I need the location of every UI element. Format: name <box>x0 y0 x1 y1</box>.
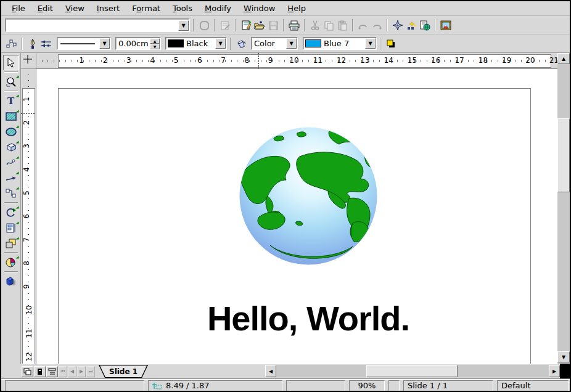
fill-color-value[interactable]: Blue 7 <box>321 39 364 48</box>
effects-icon[interactable] <box>3 255 19 270</box>
vertical-scroll-thumb[interactable] <box>557 118 570 192</box>
wizard-icon[interactable] <box>405 18 418 32</box>
arrange-icon[interactable] <box>3 235 19 251</box>
open-icon[interactable] <box>253 18 266 32</box>
ellipse-icon[interactable] <box>3 124 19 139</box>
line-width-spin-buttons[interactable]: ▲▼ <box>150 38 160 49</box>
menu-format[interactable]: Format <box>126 2 166 14</box>
url-combobox[interactable]: ▼ <box>5 18 190 32</box>
select-icon[interactable] <box>3 55 19 70</box>
prev-slide-icon[interactable]: ◀ <box>68 366 76 377</box>
rectangle-icon[interactable] <box>3 108 19 124</box>
cut-icon[interactable] <box>308 18 322 32</box>
rotate-icon[interactable] <box>3 205 19 220</box>
globe-image[interactable] <box>238 125 379 268</box>
menu-file[interactable]: File <box>6 2 31 14</box>
h-ruler-number: 21 <box>549 56 557 65</box>
curve-icon[interactable] <box>3 155 19 170</box>
vertical-scrollbar[interactable]: ▲ ▼ <box>557 53 570 364</box>
menu-insert[interactable]: Insert <box>91 2 125 14</box>
alignment-icon[interactable] <box>3 220 19 235</box>
first-slide-icon[interactable]: ⏮ <box>59 366 67 377</box>
arrow-ends-icon[interactable] <box>39 37 53 51</box>
hello-world-text[interactable]: Hello, World. <box>85 298 532 338</box>
3d-controller-icon[interactable] <box>3 274 19 289</box>
last-slide-icon[interactable]: ⏭ <box>86 366 95 377</box>
h-ruler-number: 8 <box>245 56 250 65</box>
line-color-dropdown-button[interactable]: ▼ <box>215 38 226 49</box>
fill-type-value[interactable]: Color <box>252 39 286 48</box>
print-icon[interactable] <box>287 18 301 32</box>
h-ruler-number: 1 <box>79 56 84 65</box>
status-zoom-cell[interactable]: 90% <box>349 380 385 391</box>
fill-icon[interactable] <box>234 37 248 51</box>
web-document-icon[interactable] <box>418 18 432 32</box>
status-empty-cell <box>286 380 345 391</box>
status-position-cell[interactable]: 8.49 / 1.87 <box>148 380 282 391</box>
navigator-icon[interactable] <box>391 18 405 32</box>
fill-type-dropdown-button[interactable]: ▼ <box>286 38 297 49</box>
horizontal-scroll-thumb[interactable] <box>366 365 458 377</box>
h-ruler-number: 17 <box>454 56 464 65</box>
ruler-origin-box[interactable] <box>21 53 36 69</box>
next-slide-icon[interactable]: ▶ <box>77 366 86 377</box>
drawing-workspace[interactable]: Hello, World. <box>36 69 557 364</box>
edit-file-icon[interactable] <box>218 18 232 32</box>
scroll-left-icon[interactable]: ◀ <box>265 365 276 377</box>
vertical-ruler[interactable]: 123456789101112 <box>21 69 36 364</box>
fill-color-select[interactable]: Blue 7 ▼ <box>303 37 377 50</box>
menu-window[interactable]: Window <box>238 2 281 14</box>
paste-icon[interactable] <box>335 18 349 32</box>
line-width-spinner[interactable]: 0.00cm ▲▼ <box>115 37 161 50</box>
shadow-icon[interactable] <box>384 37 398 51</box>
menu-modify[interactable]: Modify <box>199 2 237 14</box>
horizontal-ruler[interactable]: 123456789101112131415161718192021 <box>36 53 557 69</box>
line-style-select[interactable]: ▼ <box>57 37 111 50</box>
save-icon[interactable] <box>266 18 280 32</box>
separator <box>352 19 353 31</box>
slide-view-icon[interactable] <box>22 366 33 377</box>
fill-color-dropdown-button[interactable]: ▼ <box>365 38 376 49</box>
flyout-arrow-icon <box>15 187 18 190</box>
notes-view-icon[interactable] <box>34 366 46 377</box>
horizontal-scrollbar[interactable] <box>276 365 549 377</box>
separator <box>387 19 388 31</box>
text-icon[interactable]: T <box>3 93 19 108</box>
connector-icon[interactable] <box>3 186 19 201</box>
spin-up-icon[interactable]: ▲ <box>150 38 160 44</box>
3d-objects-icon[interactable] <box>3 139 19 155</box>
line-color-value[interactable]: Black <box>184 39 215 48</box>
line-color-select[interactable]: Black ▼ <box>165 37 227 50</box>
status-template-cell[interactable]: Default <box>497 380 569 391</box>
flyout-arrow-icon <box>15 256 18 259</box>
scroll-up-icon[interactable]: ▲ <box>557 53 570 64</box>
edit-points-icon[interactable] <box>5 37 18 51</box>
line-style-dropdown-button[interactable]: ▼ <box>99 38 110 49</box>
menu-tools[interactable]: Tools <box>167 2 198 14</box>
gallery-icon[interactable] <box>439 18 453 32</box>
undo-icon[interactable] <box>356 18 370 32</box>
new-document-icon[interactable] <box>239 18 253 32</box>
menu-help[interactable]: Help <box>282 2 311 14</box>
slide-tab-label[interactable]: Slide 1 <box>99 365 147 377</box>
line-width-value[interactable]: 0.00cm <box>116 39 149 48</box>
scroll-right-icon[interactable]: ▶ <box>549 365 560 377</box>
slide-tab[interactable]: Slide 1 <box>99 365 148 378</box>
pen-icon[interactable] <box>26 37 39 51</box>
fill-type-select[interactable]: Color ▼ <box>251 37 298 50</box>
scroll-down-icon[interactable]: ▼ <box>557 351 570 362</box>
menu-edit[interactable]: Edit <box>32 2 59 14</box>
menu-view[interactable]: View <box>60 2 90 14</box>
url-dropdown-button[interactable]: ▼ <box>178 20 189 31</box>
arrow-line-icon[interactable] <box>3 170 19 186</box>
redo-icon[interactable] <box>370 18 384 32</box>
outline-view-icon[interactable] <box>46 366 58 377</box>
stop-icon[interactable] <box>197 18 211 32</box>
h-ruler-number: 5 <box>174 56 179 65</box>
copy-icon[interactable] <box>322 18 335 32</box>
slide-page[interactable]: Hello, World. <box>58 88 531 364</box>
separator <box>4 252 18 253</box>
zoom-icon[interactable] <box>3 74 19 89</box>
svg-text:T: T <box>7 96 15 105</box>
spin-down-icon[interactable]: ▼ <box>150 44 160 49</box>
